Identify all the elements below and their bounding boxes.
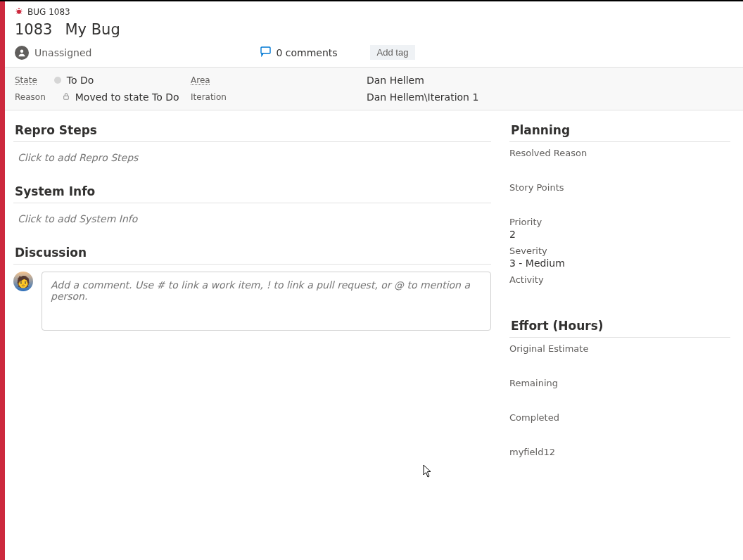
original-estimate-label: Original Estimate xyxy=(509,343,730,354)
divider xyxy=(509,141,730,142)
iteration-label: Iteration xyxy=(191,92,227,102)
svg-point-1 xyxy=(20,49,24,53)
lock-icon xyxy=(63,92,70,103)
work-item-type-label: BUG 1083 xyxy=(27,7,70,17)
original-estimate-field[interactable] xyxy=(509,355,730,367)
divider xyxy=(13,264,491,265)
repro-steps-heading: Repro Steps xyxy=(13,123,491,137)
state-dot-icon xyxy=(54,77,61,84)
area-field[interactable]: Dan Hellem xyxy=(367,75,733,86)
add-tag-button[interactable]: Add tag xyxy=(370,45,416,60)
iteration-field[interactable]: Dan Hellem\Iteration 1 xyxy=(367,91,733,103)
effort-heading: Effort (Hours) xyxy=(509,319,730,333)
severity-field[interactable]: 3 - Medium xyxy=(509,257,730,269)
completed-label: Completed xyxy=(509,412,730,423)
custom-field-field[interactable] xyxy=(509,459,730,470)
state-field[interactable]: To Do xyxy=(54,75,94,86)
reason-value: Moved to state To Do xyxy=(75,91,179,103)
priority-label: Priority xyxy=(509,217,730,227)
area-label: Area xyxy=(191,75,210,85)
priority-field[interactable]: 2 xyxy=(509,229,730,240)
comments-count-label: 0 comments xyxy=(276,47,337,58)
system-info-heading: System Info xyxy=(13,184,491,198)
avatar: 🧑 xyxy=(13,272,33,291)
person-icon xyxy=(15,46,29,60)
reason-field[interactable]: Moved to state To Do xyxy=(63,91,179,103)
area-value: Dan Hellem xyxy=(367,75,424,86)
divider xyxy=(509,337,730,338)
state-value: To Do xyxy=(67,75,94,86)
severity-label: Severity xyxy=(509,246,730,256)
comments-link[interactable]: 0 comments xyxy=(260,46,337,59)
reason-label: Reason xyxy=(15,92,46,102)
work-item-type-row: BUG 1083 xyxy=(15,7,733,17)
custom-field-label: myfield12 xyxy=(509,447,730,457)
iteration-value: Dan Hellem\Iteration 1 xyxy=(367,91,478,103)
remaining-label: Remaining xyxy=(509,378,730,388)
resolved-reason-field[interactable] xyxy=(509,160,730,171)
state-label: State xyxy=(15,75,37,85)
assignee-picker[interactable]: Unassigned xyxy=(15,46,91,60)
completed-field[interactable] xyxy=(509,424,730,435)
bug-icon xyxy=(15,7,23,17)
work-item-color-accent xyxy=(0,1,5,560)
activity-field[interactable] xyxy=(509,286,730,298)
repro-steps-input[interactable]: Click to add Repro Steps xyxy=(13,149,491,166)
work-item-title[interactable]: My Bug xyxy=(65,21,120,38)
comment-icon xyxy=(260,46,272,59)
system-info-input[interactable]: Click to add System Info xyxy=(13,210,491,227)
story-points-field[interactable] xyxy=(509,194,730,205)
divider xyxy=(13,141,491,142)
resolved-reason-label: Resolved Reason xyxy=(509,148,730,158)
svg-rect-2 xyxy=(261,47,270,53)
svg-point-0 xyxy=(17,10,21,14)
comment-input[interactable]: Add a comment. Use # to link a work item… xyxy=(42,272,491,331)
activity-label: Activity xyxy=(509,274,730,285)
divider xyxy=(13,203,491,203)
remaining-field[interactable] xyxy=(509,390,730,401)
work-item-id: 1083 xyxy=(15,21,52,38)
discussion-heading: Discussion xyxy=(13,246,491,260)
planning-heading: Planning xyxy=(509,123,730,137)
assignee-label: Unassigned xyxy=(34,47,91,58)
story-points-label: Story Points xyxy=(509,182,730,193)
svg-rect-3 xyxy=(63,96,68,99)
